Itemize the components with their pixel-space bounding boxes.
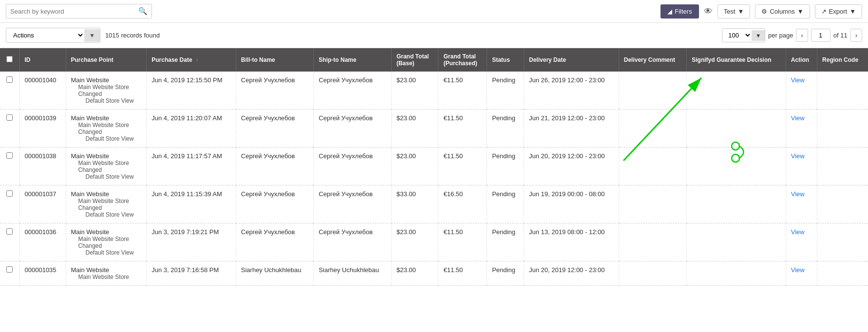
row-delivery-comment: [619, 72, 686, 110]
row-action[interactable]: View: [786, 261, 817, 286]
row-purchase-date: Jun 4, 2019 11:17:57 AM: [147, 148, 236, 185]
orders-table: ID Purchase Point Purchase Date ↑ Bill-t…: [0, 48, 868, 286]
actions-select[interactable]: Actions: [6, 28, 84, 42]
row-checkbox-cell[interactable]: [0, 72, 19, 110]
row-delivery-comment: [619, 110, 686, 148]
row-bill-to-name: Сергей Учухлебов: [236, 185, 314, 223]
col-header-signifyd: Signifyd Guarantee Decision: [687, 48, 786, 72]
col-header-checkbox[interactable]: [0, 48, 19, 72]
export-button[interactable]: ↗ Export ▼: [815, 4, 862, 18]
row-grand-total-purchased: €11.50: [438, 223, 487, 261]
per-page-select[interactable]: 100: [722, 29, 752, 42]
row-purchase-date: Jun 3, 2019 7:16:58 PM: [147, 261, 236, 286]
view-link[interactable]: View: [791, 114, 805, 122]
top-toolbar: 🔍 ◢ Filters 👁 Test ▼ ⚙ Columns ▼ ↗ Expor…: [0, 0, 868, 23]
row-bill-to-name: Сергей Учухлебов: [236, 110, 314, 148]
row-ship-to-name: Сергей Учухлебов: [314, 72, 392, 110]
col-header-status: Status: [487, 48, 524, 72]
col-header-purchase-point: Purchase Point: [66, 48, 147, 72]
row-status: Pending: [487, 148, 524, 185]
export-icon: ↗: [821, 8, 827, 15]
row-region-code: [817, 72, 868, 110]
row-delivery-date: Jun 20, 2019 12:00 - 23:00: [524, 148, 619, 185]
table-row: 000001035 Main Website Main Website Stor…: [0, 261, 868, 286]
table-row: 000001039 Main Website Main Website Stor…: [0, 110, 868, 148]
row-checkbox-cell[interactable]: [0, 261, 19, 286]
row-checkbox-cell[interactable]: [0, 110, 19, 148]
row-purchase-point: Main Website Main Website Store Changed …: [66, 185, 147, 223]
row-checkbox-cell[interactable]: [0, 185, 19, 223]
col-header-ship-to-name: Ship-to Name: [314, 48, 392, 72]
row-signifyd: [687, 185, 786, 223]
row-action[interactable]: View: [786, 72, 817, 110]
table-header-row: ID Purchase Point Purchase Date ↑ Bill-t…: [0, 48, 868, 72]
table-body: 000001040 Main Website Main Website Stor…: [0, 72, 868, 286]
next-page-button[interactable]: ›: [850, 29, 862, 42]
sort-icon: ↑: [196, 57, 198, 63]
view-link[interactable]: View: [791, 76, 805, 84]
view-link[interactable]: View: [791, 152, 805, 160]
row-checkbox[interactable]: [6, 266, 13, 273]
row-delivery-comment: [619, 223, 686, 261]
row-grand-total-base: $23.00: [391, 148, 438, 185]
row-id: 000001035: [19, 261, 66, 286]
row-purchase-date: Jun 4, 2019 11:20:07 AM: [147, 110, 236, 148]
row-delivery-date: Jun 13, 2019 08:00 - 12:00: [524, 223, 619, 261]
row-delivery-date: Jun 21, 2019 12:00 - 23:00: [524, 110, 619, 148]
row-action[interactable]: View: [786, 223, 817, 261]
filters-button[interactable]: ◢ Filters: [660, 4, 698, 18]
row-checkbox[interactable]: [6, 228, 13, 235]
row-region-code: [817, 223, 868, 261]
table-row: 000001038 Main Website Main Website Stor…: [0, 148, 868, 185]
row-ship-to-name: Сергей Учухлебов: [314, 148, 392, 185]
row-purchase-point: Main Website Main Website Store Changed …: [66, 72, 147, 110]
row-action[interactable]: View: [786, 148, 817, 185]
row-checkbox[interactable]: [6, 152, 13, 159]
row-checkbox[interactable]: [6, 190, 13, 197]
row-purchase-point: Main Website Main Website Store Changed …: [66, 110, 147, 148]
row-grand-total-purchased: €11.50: [438, 72, 487, 110]
row-ship-to-name: Сергей Учухлебов: [314, 110, 392, 148]
per-page-arrow[interactable]: ▼: [752, 30, 765, 41]
row-status: Pending: [487, 110, 524, 148]
view-link[interactable]: View: [791, 228, 805, 236]
row-region-code: [817, 261, 868, 286]
row-checkbox-cell[interactable]: [0, 223, 19, 261]
row-signifyd: [687, 261, 786, 286]
actions-dropdown-arrow[interactable]: ▼: [84, 29, 100, 42]
gear-icon: ⚙: [761, 8, 767, 15]
test-button[interactable]: Test ▼: [717, 4, 751, 18]
row-delivery-comment: [619, 185, 686, 223]
actions-select-wrapper: Actions ▼: [6, 28, 100, 43]
page-input[interactable]: [811, 29, 830, 42]
col-header-purchase-date[interactable]: Purchase Date ↑: [147, 48, 236, 72]
row-region-code: [817, 185, 868, 223]
view-link[interactable]: View: [791, 190, 805, 198]
row-action[interactable]: View: [786, 110, 817, 148]
row-action[interactable]: View: [786, 185, 817, 223]
row-bill-to-name: Сергей Учухлебов: [236, 148, 314, 185]
row-checkbox[interactable]: [6, 76, 13, 83]
filter-icon: ◢: [667, 8, 672, 15]
row-id: 000001037: [19, 185, 66, 223]
view-link[interactable]: View: [791, 266, 805, 274]
chevron-down-icon: ▼: [738, 8, 744, 15]
select-all-checkbox[interactable]: [6, 56, 13, 62]
row-signifyd: [687, 110, 786, 148]
chevron-down-icon: ▼: [849, 8, 856, 15]
col-header-grand-total-base: Grand Total(Base): [391, 48, 438, 72]
eye-icon: 👁: [704, 6, 713, 17]
search-input[interactable]: [10, 8, 138, 15]
columns-button[interactable]: ⚙ Columns ▼: [755, 4, 810, 18]
row-checkbox[interactable]: [6, 114, 13, 121]
row-ship-to-name: Сергей Учухлебов: [314, 223, 392, 261]
actions-row: Actions ▼ 1015 records found 100 ▼ per p…: [0, 23, 868, 48]
row-signifyd: [687, 72, 786, 110]
prev-page-button[interactable]: ‹: [796, 29, 808, 42]
row-status: Pending: [487, 185, 524, 223]
pagination: 100 ▼ per page ‹ of 11 ›: [722, 28, 862, 42]
table-row: 000001036 Main Website Main Website Stor…: [0, 223, 868, 261]
search-button[interactable]: 🔍: [138, 7, 148, 16]
row-checkbox-cell[interactable]: [0, 148, 19, 185]
row-signifyd: [687, 148, 786, 185]
